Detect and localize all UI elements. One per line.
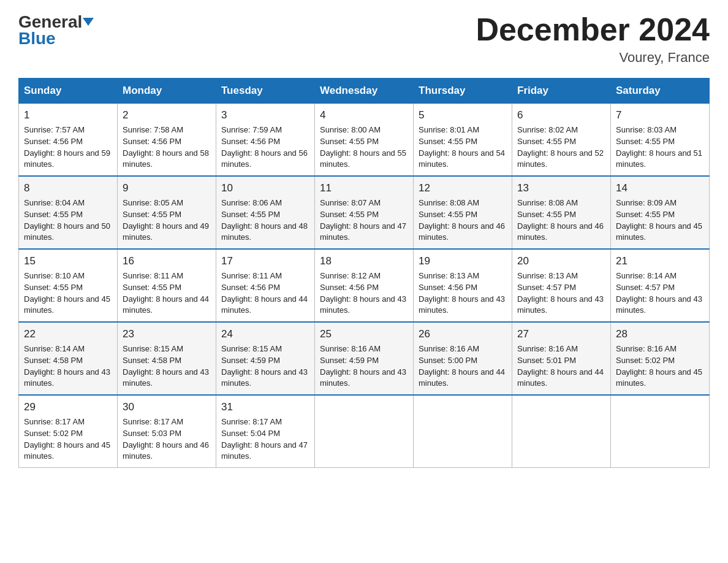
calendar-cell: 31 Sunrise: 8:17 AM Sunset: 5:04 PM Dayl… (216, 395, 315, 468)
calendar-cell: 17 Sunrise: 8:11 AM Sunset: 4:56 PM Dayl… (216, 249, 315, 322)
day-number: 31 (221, 400, 309, 415)
day-number: 3 (221, 108, 309, 123)
sunset-label: Sunset: 5:02 PM (616, 356, 675, 365)
calendar-cell: 10 Sunrise: 8:06 AM Sunset: 4:55 PM Dayl… (216, 176, 315, 249)
daylight-label: Daylight: 8 hours and 45 minutes. (616, 367, 702, 388)
logo-blue: Blue (18, 29, 94, 48)
sunrise-label: Sunrise: 8:06 AM (221, 198, 282, 207)
daylight-label: Daylight: 8 hours and 43 minutes. (221, 367, 308, 388)
calendar-cell: 13 Sunrise: 8:08 AM Sunset: 4:55 PM Dayl… (512, 176, 611, 249)
sunrise-label: Sunrise: 8:00 AM (320, 125, 381, 134)
calendar-cell: 28 Sunrise: 8:16 AM Sunset: 5:02 PM Dayl… (611, 322, 710, 395)
sunset-label: Sunset: 4:55 PM (24, 283, 83, 292)
calendar-week-row: 15 Sunrise: 8:10 AM Sunset: 4:55 PM Dayl… (19, 249, 710, 322)
calendar-cell: 2 Sunrise: 7:58 AM Sunset: 4:56 PM Dayli… (118, 104, 216, 177)
calendar-cell: 21 Sunrise: 8:14 AM Sunset: 4:57 PM Dayl… (611, 249, 710, 322)
sunrise-label: Sunrise: 8:16 AM (419, 344, 479, 353)
day-number: 13 (517, 181, 605, 196)
daylight-label: Daylight: 8 hours and 43 minutes. (24, 367, 110, 388)
sunset-label: Sunset: 4:58 PM (24, 356, 83, 365)
sunset-label: Sunset: 5:01 PM (517, 356, 576, 365)
day-number: 1 (24, 108, 112, 123)
sunrise-label: Sunrise: 8:16 AM (320, 344, 381, 353)
daylight-label: Daylight: 8 hours and 51 minutes. (616, 148, 702, 169)
daylight-label: Daylight: 8 hours and 46 minutes. (517, 221, 604, 242)
day-number: 19 (419, 254, 507, 269)
calendar-cell: 19 Sunrise: 8:13 AM Sunset: 4:56 PM Dayl… (414, 249, 512, 322)
day-number: 27 (517, 327, 605, 342)
day-number: 28 (616, 327, 704, 342)
sunrise-label: Sunrise: 7:58 AM (123, 125, 183, 134)
sunset-label: Sunset: 4:55 PM (320, 210, 379, 219)
day-number: 29 (24, 400, 112, 415)
daylight-label: Daylight: 8 hours and 45 minutes. (24, 440, 110, 461)
sunrise-label: Sunrise: 8:08 AM (419, 198, 479, 207)
day-number: 15 (24, 254, 112, 269)
calendar-cell: 22 Sunrise: 8:14 AM Sunset: 4:58 PM Dayl… (19, 322, 118, 395)
sunrise-label: Sunrise: 8:10 AM (24, 271, 85, 280)
month-title: December 2024 (476, 12, 710, 47)
calendar-cell: 6 Sunrise: 8:02 AM Sunset: 4:55 PM Dayli… (512, 104, 611, 177)
sunset-label: Sunset: 4:56 PM (221, 283, 280, 292)
logo-arrow-icon (83, 18, 94, 26)
calendar-cell: 30 Sunrise: 8:17 AM Sunset: 5:03 PM Dayl… (118, 395, 216, 468)
day-number: 24 (221, 327, 309, 342)
sunset-label: Sunset: 4:55 PM (616, 137, 675, 146)
sunset-label: Sunset: 4:55 PM (123, 210, 181, 219)
daylight-label: Daylight: 8 hours and 44 minutes. (419, 367, 505, 388)
calendar-cell: 12 Sunrise: 8:08 AM Sunset: 4:55 PM Dayl… (414, 176, 512, 249)
sunset-label: Sunset: 4:55 PM (320, 137, 379, 146)
calendar-cell (414, 395, 512, 468)
day-number: 2 (123, 108, 211, 123)
day-number: 22 (24, 327, 112, 342)
sunset-label: Sunset: 4:56 PM (221, 137, 280, 146)
daylight-label: Daylight: 8 hours and 46 minutes. (123, 440, 209, 461)
daylight-label: Daylight: 8 hours and 43 minutes. (320, 367, 406, 388)
sunset-label: Sunset: 4:56 PM (320, 283, 379, 292)
calendar-cell: 11 Sunrise: 8:07 AM Sunset: 4:55 PM Dayl… (315, 176, 414, 249)
day-number: 5 (419, 108, 507, 123)
calendar-cell: 26 Sunrise: 8:16 AM Sunset: 5:00 PM Dayl… (414, 322, 512, 395)
sunset-label: Sunset: 4:55 PM (517, 210, 576, 219)
calendar-cell: 18 Sunrise: 8:12 AM Sunset: 4:56 PM Dayl… (315, 249, 414, 322)
sunset-label: Sunset: 4:55 PM (419, 210, 477, 219)
calendar-cell: 16 Sunrise: 8:11 AM Sunset: 4:55 PM Dayl… (118, 249, 216, 322)
sunrise-label: Sunrise: 8:09 AM (616, 198, 677, 207)
day-number: 6 (517, 108, 605, 123)
sunrise-label: Sunrise: 8:08 AM (517, 198, 578, 207)
calendar-table: Sunday Monday Tuesday Wednesday Thursday… (18, 78, 710, 468)
calendar-cell: 8 Sunrise: 8:04 AM Sunset: 4:55 PM Dayli… (19, 176, 118, 249)
sunrise-label: Sunrise: 8:14 AM (616, 271, 677, 280)
day-number: 9 (123, 181, 211, 196)
header-monday: Monday (118, 79, 216, 104)
daylight-label: Daylight: 8 hours and 44 minutes. (123, 294, 209, 315)
sunrise-label: Sunrise: 8:07 AM (320, 198, 381, 207)
day-number: 11 (320, 181, 408, 196)
calendar-week-row: 29 Sunrise: 8:17 AM Sunset: 5:02 PM Dayl… (19, 395, 710, 468)
header-thursday: Thursday (414, 79, 512, 104)
sunset-label: Sunset: 4:55 PM (221, 210, 280, 219)
calendar-week-row: 1 Sunrise: 7:57 AM Sunset: 4:56 PM Dayli… (19, 104, 710, 177)
sunrise-label: Sunrise: 8:01 AM (419, 125, 479, 134)
location: Vourey, France (476, 50, 710, 66)
sunrise-label: Sunrise: 8:17 AM (221, 417, 282, 426)
calendar-cell: 9 Sunrise: 8:05 AM Sunset: 4:55 PM Dayli… (118, 176, 216, 249)
sunrise-label: Sunrise: 8:02 AM (517, 125, 578, 134)
sunrise-label: Sunrise: 7:57 AM (24, 125, 85, 134)
sunset-label: Sunset: 4:55 PM (419, 137, 477, 146)
sunrise-label: Sunrise: 8:11 AM (123, 271, 183, 280)
day-number: 20 (517, 254, 605, 269)
daylight-label: Daylight: 8 hours and 44 minutes. (517, 367, 604, 388)
calendar-cell: 23 Sunrise: 8:15 AM Sunset: 4:58 PM Dayl… (118, 322, 216, 395)
calendar-cell: 29 Sunrise: 8:17 AM Sunset: 5:02 PM Dayl… (19, 395, 118, 468)
calendar-cell: 4 Sunrise: 8:00 AM Sunset: 4:55 PM Dayli… (315, 104, 414, 177)
daylight-label: Daylight: 8 hours and 52 minutes. (517, 148, 604, 169)
logo: General Blue (18, 12, 94, 48)
calendar-cell: 20 Sunrise: 8:13 AM Sunset: 4:57 PM Dayl… (512, 249, 611, 322)
sunrise-label: Sunrise: 8:12 AM (320, 271, 381, 280)
sunrise-label: Sunrise: 8:16 AM (616, 344, 677, 353)
calendar-cell: 15 Sunrise: 8:10 AM Sunset: 4:55 PM Dayl… (19, 249, 118, 322)
calendar-week-row: 8 Sunrise: 8:04 AM Sunset: 4:55 PM Dayli… (19, 176, 710, 249)
page-header: General Blue December 2024 Vourey, Franc… (18, 12, 710, 66)
title-section: December 2024 Vourey, France (476, 12, 710, 66)
